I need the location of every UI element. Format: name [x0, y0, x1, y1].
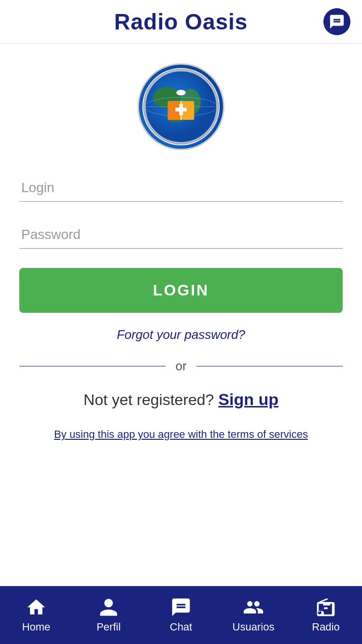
- radio-icon: [315, 597, 336, 618]
- nav-chat[interactable]: Chat: [145, 586, 217, 644]
- nav-radio[interactable]: Radio: [290, 586, 362, 644]
- login-button[interactable]: LOGIN: [19, 268, 343, 313]
- login-form: LOGIN Forgot your password? or Not yet r…: [19, 174, 343, 441]
- password-input[interactable]: [19, 221, 343, 249]
- nav-radio-label: Radio: [312, 621, 339, 633]
- login-input[interactable]: [19, 174, 343, 202]
- divider-or-text: or: [166, 359, 196, 374]
- main-content: LOGIN Forgot your password? or Not yet r…: [0, 44, 362, 586]
- nav-perfil-label: Perfil: [97, 621, 121, 633]
- register-text-static: Not yet registered?: [84, 391, 214, 408]
- or-divider: or: [19, 359, 343, 374]
- chat-icon: [170, 597, 192, 618]
- header-chat-button[interactable]: [323, 8, 350, 35]
- users-icon: [243, 597, 264, 618]
- nav-chat-label: Chat: [170, 621, 192, 633]
- nav-usuarios-label: Usuarios: [233, 621, 275, 633]
- nav-usuarios[interactable]: Usuarios: [217, 586, 290, 644]
- chat-dots-icon: [329, 14, 345, 30]
- svg-rect-11: [175, 108, 186, 112]
- profile-icon: [98, 597, 119, 618]
- login-input-group: [19, 174, 343, 202]
- password-input-group: [19, 221, 343, 249]
- signup-link[interactable]: Sign up: [218, 390, 278, 408]
- register-prompt: Not yet registered? Sign up: [19, 390, 343, 409]
- nav-home[interactable]: Home: [0, 586, 72, 644]
- nav-home-label: Home: [22, 621, 51, 633]
- nav-perfil[interactable]: Perfil: [72, 586, 145, 644]
- logo-inner: [142, 68, 220, 145]
- home-icon: [26, 597, 47, 618]
- forgot-password-link[interactable]: Forgot your password?: [19, 327, 343, 342]
- logo-svg: [143, 68, 219, 145]
- bottom-navigation: Home Perfil Chat Usuarios Radio: [0, 586, 362, 644]
- app-title: Radio Oasis: [114, 9, 248, 35]
- logo-container: [138, 63, 224, 150]
- divider-line-right: [196, 366, 343, 367]
- app-header: Radio Oasis: [0, 0, 362, 44]
- divider-line-left: [19, 366, 166, 367]
- terms-link[interactable]: By using this app you agree with the ter…: [19, 428, 343, 441]
- logo-circle: [138, 63, 224, 150]
